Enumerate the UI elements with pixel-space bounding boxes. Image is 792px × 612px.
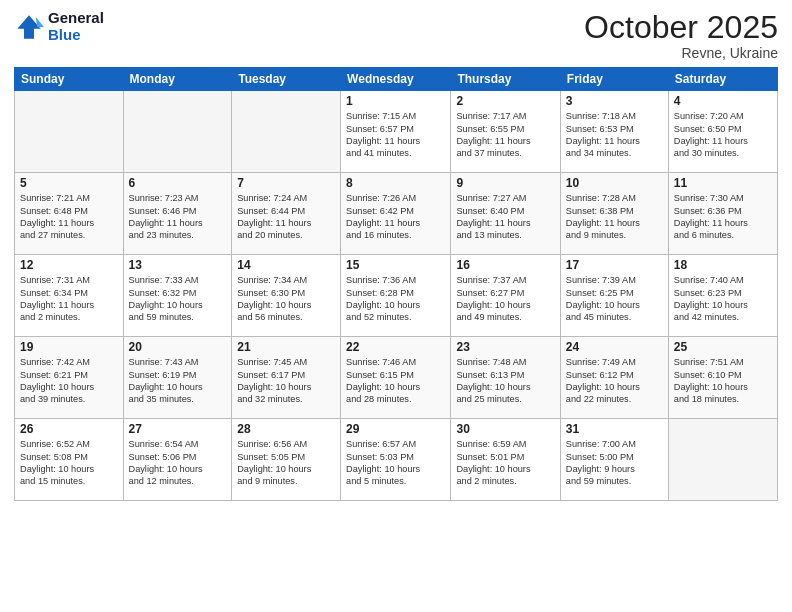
day-info: Sunrise: 7:31 AM Sunset: 6:34 PM Dayligh… <box>20 274 118 324</box>
table-row: 9Sunrise: 7:27 AM Sunset: 6:40 PM Daylig… <box>451 173 560 255</box>
day-number: 18 <box>674 258 772 272</box>
table-row: 5Sunrise: 7:21 AM Sunset: 6:48 PM Daylig… <box>15 173 124 255</box>
page: General Blue October 2025 Revne, Ukraine… <box>0 0 792 612</box>
day-number: 5 <box>20 176 118 190</box>
table-row: 22Sunrise: 7:46 AM Sunset: 6:15 PM Dayli… <box>341 337 451 419</box>
col-monday: Monday <box>123 68 232 91</box>
day-number: 23 <box>456 340 554 354</box>
table-row: 18Sunrise: 7:40 AM Sunset: 6:23 PM Dayli… <box>668 255 777 337</box>
table-row: 31Sunrise: 7:00 AM Sunset: 5:00 PM Dayli… <box>560 419 668 501</box>
day-info: Sunrise: 7:26 AM Sunset: 6:42 PM Dayligh… <box>346 192 445 242</box>
day-info: Sunrise: 7:34 AM Sunset: 6:30 PM Dayligh… <box>237 274 335 324</box>
calendar-week-3: 12Sunrise: 7:31 AM Sunset: 6:34 PM Dayli… <box>15 255 778 337</box>
table-row: 2Sunrise: 7:17 AM Sunset: 6:55 PM Daylig… <box>451 91 560 173</box>
day-number: 3 <box>566 94 663 108</box>
table-row: 26Sunrise: 6:52 AM Sunset: 5:08 PM Dayli… <box>15 419 124 501</box>
calendar-week-5: 26Sunrise: 6:52 AM Sunset: 5:08 PM Dayli… <box>15 419 778 501</box>
calendar-week-1: 1Sunrise: 7:15 AM Sunset: 6:57 PM Daylig… <box>15 91 778 173</box>
col-saturday: Saturday <box>668 68 777 91</box>
day-info: Sunrise: 7:42 AM Sunset: 6:21 PM Dayligh… <box>20 356 118 406</box>
table-row: 8Sunrise: 7:26 AM Sunset: 6:42 PM Daylig… <box>341 173 451 255</box>
table-row: 12Sunrise: 7:31 AM Sunset: 6:34 PM Dayli… <box>15 255 124 337</box>
table-row <box>15 91 124 173</box>
table-row: 24Sunrise: 7:49 AM Sunset: 6:12 PM Dayli… <box>560 337 668 419</box>
day-info: Sunrise: 7:00 AM Sunset: 5:00 PM Dayligh… <box>566 438 663 488</box>
day-number: 27 <box>129 422 227 436</box>
day-number: 15 <box>346 258 445 272</box>
col-thursday: Thursday <box>451 68 560 91</box>
day-number: 11 <box>674 176 772 190</box>
day-info: Sunrise: 7:33 AM Sunset: 6:32 PM Dayligh… <box>129 274 227 324</box>
logo-icon <box>14 12 44 42</box>
day-info: Sunrise: 7:36 AM Sunset: 6:28 PM Dayligh… <box>346 274 445 324</box>
day-info: Sunrise: 7:45 AM Sunset: 6:17 PM Dayligh… <box>237 356 335 406</box>
day-info: Sunrise: 7:51 AM Sunset: 6:10 PM Dayligh… <box>674 356 772 406</box>
table-row: 21Sunrise: 7:45 AM Sunset: 6:17 PM Dayli… <box>232 337 341 419</box>
day-number: 25 <box>674 340 772 354</box>
day-info: Sunrise: 7:17 AM Sunset: 6:55 PM Dayligh… <box>456 110 554 160</box>
day-info: Sunrise: 7:48 AM Sunset: 6:13 PM Dayligh… <box>456 356 554 406</box>
day-info: Sunrise: 7:43 AM Sunset: 6:19 PM Dayligh… <box>129 356 227 406</box>
calendar-week-2: 5Sunrise: 7:21 AM Sunset: 6:48 PM Daylig… <box>15 173 778 255</box>
day-number: 12 <box>20 258 118 272</box>
table-row: 3Sunrise: 7:18 AM Sunset: 6:53 PM Daylig… <box>560 91 668 173</box>
day-number: 1 <box>346 94 445 108</box>
table-row <box>232 91 341 173</box>
day-number: 10 <box>566 176 663 190</box>
calendar-header-row: Sunday Monday Tuesday Wednesday Thursday… <box>15 68 778 91</box>
month-title: October 2025 <box>584 10 778 45</box>
table-row: 17Sunrise: 7:39 AM Sunset: 6:25 PM Dayli… <box>560 255 668 337</box>
day-info: Sunrise: 7:24 AM Sunset: 6:44 PM Dayligh… <box>237 192 335 242</box>
day-number: 29 <box>346 422 445 436</box>
table-row: 20Sunrise: 7:43 AM Sunset: 6:19 PM Dayli… <box>123 337 232 419</box>
location: Revne, Ukraine <box>584 45 778 61</box>
table-row: 7Sunrise: 7:24 AM Sunset: 6:44 PM Daylig… <box>232 173 341 255</box>
day-number: 4 <box>674 94 772 108</box>
day-info: Sunrise: 7:30 AM Sunset: 6:36 PM Dayligh… <box>674 192 772 242</box>
table-row: 16Sunrise: 7:37 AM Sunset: 6:27 PM Dayli… <box>451 255 560 337</box>
day-number: 9 <box>456 176 554 190</box>
day-number: 21 <box>237 340 335 354</box>
table-row: 14Sunrise: 7:34 AM Sunset: 6:30 PM Dayli… <box>232 255 341 337</box>
day-info: Sunrise: 7:20 AM Sunset: 6:50 PM Dayligh… <box>674 110 772 160</box>
calendar: Sunday Monday Tuesday Wednesday Thursday… <box>14 67 778 501</box>
table-row: 6Sunrise: 7:23 AM Sunset: 6:46 PM Daylig… <box>123 173 232 255</box>
day-number: 6 <box>129 176 227 190</box>
day-number: 31 <box>566 422 663 436</box>
day-number: 30 <box>456 422 554 436</box>
table-row: 11Sunrise: 7:30 AM Sunset: 6:36 PM Dayli… <box>668 173 777 255</box>
header: General Blue October 2025 Revne, Ukraine <box>14 10 778 61</box>
day-number: 19 <box>20 340 118 354</box>
day-info: Sunrise: 6:59 AM Sunset: 5:01 PM Dayligh… <box>456 438 554 488</box>
table-row <box>668 419 777 501</box>
day-info: Sunrise: 7:40 AM Sunset: 6:23 PM Dayligh… <box>674 274 772 324</box>
col-sunday: Sunday <box>15 68 124 91</box>
day-info: Sunrise: 7:49 AM Sunset: 6:12 PM Dayligh… <box>566 356 663 406</box>
col-tuesday: Tuesday <box>232 68 341 91</box>
title-block: October 2025 Revne, Ukraine <box>584 10 778 61</box>
day-number: 8 <box>346 176 445 190</box>
table-row: 30Sunrise: 6:59 AM Sunset: 5:01 PM Dayli… <box>451 419 560 501</box>
day-number: 20 <box>129 340 227 354</box>
day-info: Sunrise: 7:37 AM Sunset: 6:27 PM Dayligh… <box>456 274 554 324</box>
table-row: 28Sunrise: 6:56 AM Sunset: 5:05 PM Dayli… <box>232 419 341 501</box>
day-info: Sunrise: 7:15 AM Sunset: 6:57 PM Dayligh… <box>346 110 445 160</box>
table-row: 4Sunrise: 7:20 AM Sunset: 6:50 PM Daylig… <box>668 91 777 173</box>
day-info: Sunrise: 6:54 AM Sunset: 5:06 PM Dayligh… <box>129 438 227 488</box>
day-info: Sunrise: 6:56 AM Sunset: 5:05 PM Dayligh… <box>237 438 335 488</box>
day-number: 2 <box>456 94 554 108</box>
table-row: 13Sunrise: 7:33 AM Sunset: 6:32 PM Dayli… <box>123 255 232 337</box>
day-number: 26 <box>20 422 118 436</box>
day-info: Sunrise: 7:46 AM Sunset: 6:15 PM Dayligh… <box>346 356 445 406</box>
day-info: Sunrise: 7:39 AM Sunset: 6:25 PM Dayligh… <box>566 274 663 324</box>
col-wednesday: Wednesday <box>341 68 451 91</box>
table-row: 10Sunrise: 7:28 AM Sunset: 6:38 PM Dayli… <box>560 173 668 255</box>
table-row: 29Sunrise: 6:57 AM Sunset: 5:03 PM Dayli… <box>341 419 451 501</box>
table-row: 15Sunrise: 7:36 AM Sunset: 6:28 PM Dayli… <box>341 255 451 337</box>
day-number: 16 <box>456 258 554 272</box>
logo-text: General Blue <box>48 10 104 43</box>
table-row: 23Sunrise: 7:48 AM Sunset: 6:13 PM Dayli… <box>451 337 560 419</box>
table-row <box>123 91 232 173</box>
day-info: Sunrise: 7:28 AM Sunset: 6:38 PM Dayligh… <box>566 192 663 242</box>
day-info: Sunrise: 7:27 AM Sunset: 6:40 PM Dayligh… <box>456 192 554 242</box>
